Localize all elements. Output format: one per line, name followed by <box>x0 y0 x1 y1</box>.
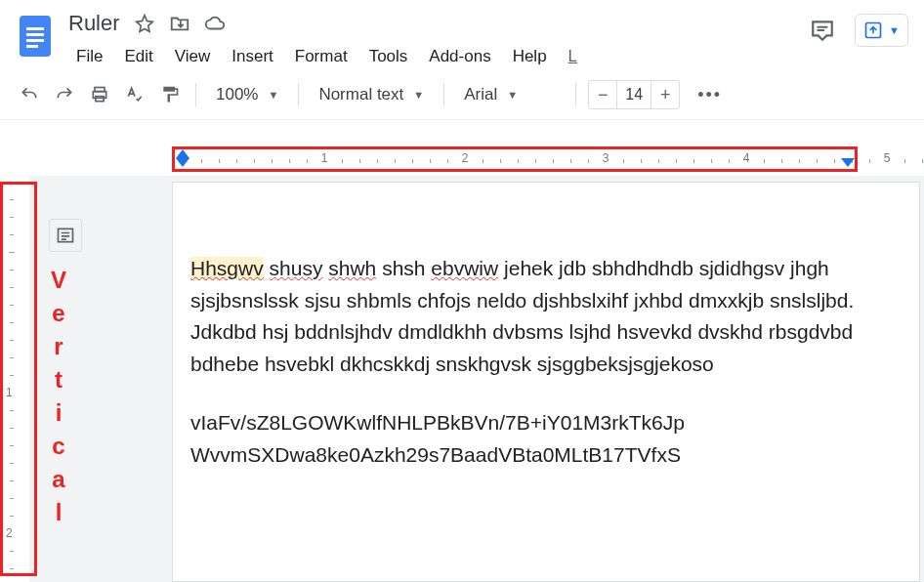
spellcheck-button[interactable] <box>121 81 148 108</box>
indent-right-marker[interactable] <box>841 158 855 167</box>
cloud-status-icon[interactable] <box>204 13 226 34</box>
indent-first-line-marker[interactable] <box>176 149 189 158</box>
paint-format-button[interactable] <box>156 81 184 108</box>
chevron-down-icon: ▼ <box>268 89 278 101</box>
font-dropdown[interactable]: Arial ▼ <box>456 83 564 106</box>
font-value: Arial <box>464 85 497 104</box>
toolbar: 100% ▼ Normal text ▼ Arial ▼ − 14 + ••• <box>0 70 924 120</box>
zoom-value: 100% <box>216 85 258 104</box>
font-size-value[interactable]: 14 <box>616 81 651 108</box>
menu-bar: File Edit View Insert Format Tools Add-o… <box>68 37 808 70</box>
chevron-down-icon: ▼ <box>413 89 424 101</box>
document-page: Hhsgwv shusy shwh shsh ebvwiw jehek jdb … <box>172 182 920 582</box>
text-word: ebvwiw <box>431 257 498 279</box>
menu-format[interactable]: Format <box>287 43 356 70</box>
zoom-dropdown[interactable]: 100% ▼ <box>208 83 286 106</box>
text-word: shusy <box>270 257 323 279</box>
menu-file[interactable]: File <box>68 43 110 70</box>
svg-rect-3 <box>26 39 44 42</box>
menu-tools[interactable]: Tools <box>361 43 416 70</box>
text-word: Hhsgwv <box>190 257 264 279</box>
document-title[interactable]: Ruler <box>68 11 120 36</box>
last-edit-link[interactable]: L <box>561 43 585 70</box>
indent-left-marker[interactable] <box>176 158 189 167</box>
svg-rect-2 <box>26 33 44 36</box>
text-paragraph: vIaFv/sZ8LGOWKwlfNHLPBkBVn/7B+iY01M3rkTk… <box>190 407 890 471</box>
docs-logo-icon[interactable] <box>16 10 55 62</box>
vertical-ruler[interactable]: 12 <box>0 182 23 582</box>
undo-button[interactable] <box>16 81 43 108</box>
share-button[interactable]: ▼ <box>855 14 908 47</box>
chevron-down-icon: ▼ <box>889 24 900 36</box>
font-size-control: − 14 + <box>588 80 680 109</box>
paragraph-style-dropdown[interactable]: Normal text ▼ <box>311 83 432 106</box>
font-size-decrease[interactable]: − <box>589 85 616 105</box>
paragraph-style-value: Normal text <box>318 85 403 104</box>
text-word: shsh <box>382 257 431 279</box>
menu-addons[interactable]: Add-ons <box>421 43 498 70</box>
document-body[interactable]: Hhsgwv shusy shwh shsh ebvwiw jehek jdb … <box>173 253 919 471</box>
star-icon[interactable] <box>134 13 155 34</box>
more-toolbar-button[interactable]: ••• <box>688 85 732 105</box>
vertical-ruler-label: Vertical <box>51 264 68 529</box>
horizontal-ruler[interactable]: 12345 <box>172 149 924 169</box>
menu-view[interactable]: View <box>167 43 219 70</box>
print-button[interactable] <box>86 81 113 108</box>
menu-help[interactable]: Help <box>505 43 555 70</box>
text-word: shwh <box>328 257 376 279</box>
font-size-increase[interactable]: + <box>651 85 679 105</box>
svg-rect-4 <box>26 45 38 48</box>
move-folder-icon[interactable] <box>169 13 190 34</box>
menu-insert[interactable]: Insert <box>224 43 281 70</box>
document-outline-button[interactable] <box>49 219 82 252</box>
comments-icon[interactable] <box>808 16 837 45</box>
redo-button[interactable] <box>51 81 78 108</box>
menu-edit[interactable]: Edit <box>116 43 160 70</box>
chevron-down-icon: ▼ <box>507 89 518 101</box>
svg-rect-1 <box>26 27 44 30</box>
